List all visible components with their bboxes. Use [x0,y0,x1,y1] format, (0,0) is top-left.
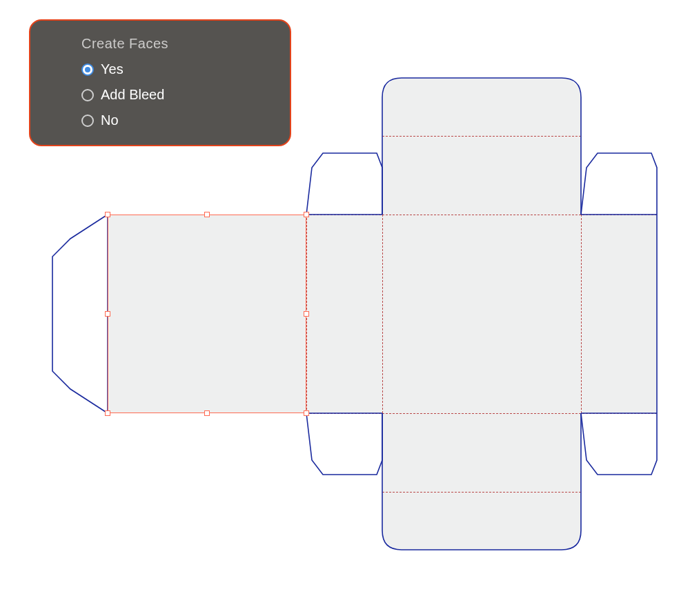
fold-line [306,215,307,413]
face-back [581,215,657,413]
face-top [382,215,581,413]
fold-line [581,215,582,413]
selection-handle-ne[interactable] [304,212,309,217]
radio-icon [81,63,94,76]
radio-option-yes[interactable]: Yes [81,61,270,77]
radio-label: No [101,112,119,128]
selection-handle-s[interactable] [204,410,210,416]
fold-line [382,492,581,493]
selection-handle-e[interactable] [304,311,309,317]
fold-line [306,413,657,414]
fold-line [382,215,383,413]
selection-handle-w[interactable] [105,311,110,317]
face-bottomlid [382,413,581,550]
create-faces-panel: Create Faces Yes Add Bleed No [29,19,291,146]
fold-line [382,136,581,137]
radio-option-add-bleed[interactable]: Add Bleed [81,87,270,103]
radio-icon [81,89,94,101]
selection-bounding-box[interactable] [108,215,306,413]
radio-label: Add Bleed [101,87,164,103]
face-lid [382,78,581,215]
selection-handle-nw[interactable] [105,212,110,217]
selection-handle-se[interactable] [304,410,309,416]
radio-icon [81,115,94,127]
radio-option-no[interactable]: No [81,112,270,128]
selection-handle-sw[interactable] [105,410,110,416]
fold-line [306,215,657,215]
face-left [108,215,306,413]
panel-title: Create Faces [81,36,270,52]
radio-label: Yes [101,61,124,77]
selection-handle-n[interactable] [204,212,210,217]
face-front [306,215,382,413]
